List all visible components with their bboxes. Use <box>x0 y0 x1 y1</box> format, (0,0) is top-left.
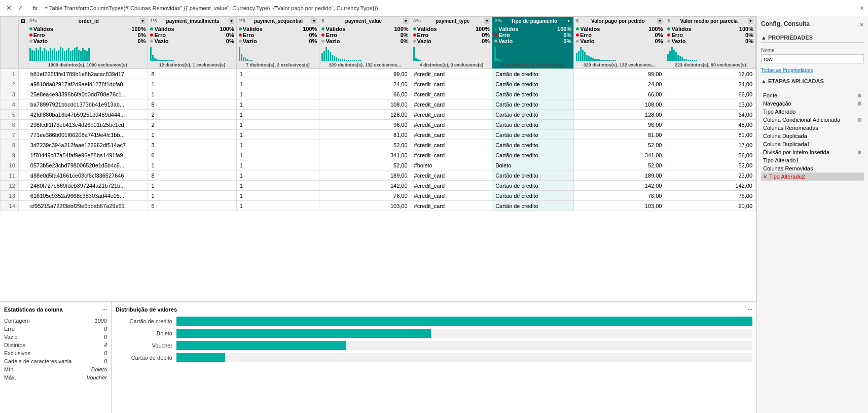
row-number: 2 <box>1 79 19 89</box>
col-filter-button[interactable]: ▾ <box>403 18 409 24</box>
table-row[interactable]: 6298fcdf1f73eb413e4d26d01b25bc1cd2196,00… <box>1 120 756 130</box>
cell-payment_value: 142,00 <box>319 181 411 191</box>
cell-valor-medio-por-parcela: 56,00 <box>665 150 756 160</box>
cell-order_id: 1f78449c87a54faf9e96e88ba1491fa9 <box>27 150 148 160</box>
table-container[interactable]: ⊞ Aᴮc order_id ▾ Válidos 100% Erro 0% Va… <box>0 16 756 301</box>
formula-input[interactable] <box>45 5 856 11</box>
col-filter-button[interactable]: ▾ <box>229 18 234 24</box>
col-header-valor-pago-por-pedido[interactable]: $ Valor pago por pedido ▾ Válidos 100% E… <box>574 17 665 69</box>
sidebar-close-button[interactable]: ✕ <box>859 22 864 28</box>
cell-tipo-de-pagamento: Cartão de credito <box>492 79 574 89</box>
table-row[interactable]: 11d88e0d5fa41661ce03cf6cf33652764681189,… <box>1 170 756 181</box>
step-gear-icon[interactable]: ⚙ <box>857 150 862 155</box>
step-item-divisão-por-inteiro-inserida[interactable]: Divisão por Inteiro Inserida ⚙ <box>761 148 864 156</box>
col-filter-button[interactable]: ▾ <box>140 18 146 24</box>
stat-label: Cadeia de caracteres vazia <box>4 358 71 364</box>
step-gear-icon[interactable]: ⚙ <box>857 101 862 107</box>
table-row[interactable]: 7771ee386b001f06208a7419e4fc1bb...1181,0… <box>1 130 756 140</box>
table-row[interactable]: 2a9810da82917af2d9aefd1278f1dcfa01124,00… <box>1 79 756 89</box>
col-filter-button[interactable]: ▾ <box>748 18 753 24</box>
col-stats: Válidos 100% Erro 0% Vazio 0% <box>239 26 317 44</box>
step-item-tipo-alterado1[interactable]: Tipo Alterado1 <box>761 156 864 164</box>
table-row[interactable]: 542fdf880ba16b47b59251dd489d444...21128,… <box>1 110 756 120</box>
step-item-coluna-condicional-adicionada[interactable]: Coluna Condicional Adicionada ⚙ <box>761 116 864 124</box>
table-row[interactable]: 83d7239c394a212faae122962df514ac73152,00… <box>1 140 756 150</box>
content-area: ⊞ Aᴮc order_id ▾ Válidos 100% Erro 0% Va… <box>0 16 756 413</box>
stat-value: 0 <box>104 350 107 356</box>
step-item-colunas-removidas[interactable]: Colunas Removidas <box>761 164 864 173</box>
table-row[interactable]: 122480f727e869fdeb397244a21b721b...11142… <box>1 181 756 191</box>
dist-bar-container <box>176 341 752 350</box>
cell-valor-medio-por-parcela: 13,00 <box>665 99 756 110</box>
table-row[interactable]: 91f78449c87a54faf9e96e88ba1491fa961341,0… <box>1 150 756 160</box>
col-mini-chart <box>494 46 571 61</box>
cell-valor-pago-por-pedido: 99,00 <box>574 69 665 79</box>
cell-valor-medio-por-parcela: 142,00 <box>665 181 756 191</box>
cell-payment_sequential: 1 <box>236 140 319 150</box>
cell-payment_installments: 1 <box>148 79 236 89</box>
step-item-fonte[interactable]: Fonte ⚙ <box>761 91 864 99</box>
cell-payment_value: 76,00 <box>319 191 411 201</box>
step-item-coluna-duplicada[interactable]: Coluna Duplicada <box>761 132 864 140</box>
stats-more-button[interactable]: ··· <box>102 306 107 313</box>
col-header-payment_type[interactable]: Aᴮc payment_type ▾ Válidos 100% Erro 0% … <box>411 17 492 69</box>
cell-payment_sequential: 1 <box>236 191 319 201</box>
table-row[interactable]: 4ba78997921bbcdc1373bb41e913ab...81108,0… <box>1 99 756 110</box>
cell-payment_value: 128,00 <box>319 110 411 120</box>
table-row[interactable]: 1b81ef226f3fe1789b1e8b2acac839d178199,00… <box>1 69 756 79</box>
table-row[interactable]: 325e8ea4e93396b6fa0d3dd708e76c1...1166,0… <box>1 89 756 99</box>
cell-payment_sequential: 1 <box>236 120 319 130</box>
col-filter-button[interactable]: ▾ <box>484 18 490 24</box>
step-item-tipo-alterado2[interactable]: ✕ Tipo Alterado2 <box>761 173 864 181</box>
properties-section-title: ▲ PROPRIEDADES <box>761 35 864 43</box>
name-input[interactable] <box>761 54 864 63</box>
cell-order_id: 0573b5e23cbd798006520e1d5b4c6... <box>27 160 148 170</box>
table-row[interactable]: 14cf95215a722f3ebf29e6bbab87a29e6151103,… <box>1 201 756 211</box>
col-header-valor-medio-por-parcela[interactable]: $ Valor medio por parcela ▾ Válidos 100%… <box>665 17 756 69</box>
row-number: 14 <box>1 201 19 211</box>
col-filter-button[interactable]: ▾ <box>311 18 317 24</box>
all-props-link[interactable]: Todas as Propriedades <box>761 67 864 73</box>
row-number: 10 <box>1 160 19 170</box>
table-row[interactable]: 13616105c9352a9668c38303ad44e05...1176,0… <box>1 191 756 201</box>
col-header-order_id[interactable]: Aᴮc order_id ▾ Válidos 100% Erro 0% Vazi… <box>27 17 148 69</box>
col-filter-button[interactable]: ▾ <box>657 18 663 24</box>
row-icon-cell <box>18 160 27 170</box>
col-filter-button[interactable]: ▾ <box>566 18 571 24</box>
col-distinct: 12 distintos(s), 1 exclusivos(s) <box>150 62 234 67</box>
cell-tipo-de-pagamento: Cartão de credito <box>492 181 574 191</box>
confirm-icon[interactable]: ✓ <box>16 3 25 13</box>
stat-row: Distintos 4 <box>4 341 107 349</box>
cell-tipo-de-pagamento: Cartão de credito <box>492 120 574 130</box>
step-item-navegação[interactable]: Navegação ⚙ <box>761 99 864 108</box>
cell-order_id: d88e0d5fa41661ce03cf6cf336527646 <box>27 170 148 181</box>
cell-tipo-de-pagamento: Cartão de credito <box>492 89 574 99</box>
col-distinct: 329 distintos(s), 132 exclusivos... <box>576 62 663 67</box>
col-header-payment_value[interactable]: $ payment_value ▾ Válidos 100% Erro 0% V… <box>319 17 411 69</box>
cancel-icon[interactable]: ✕ <box>4 3 14 13</box>
stat-value: 0 <box>104 334 107 340</box>
sidebar-title: Config. Consulta <box>761 20 810 27</box>
cell-payment_type: #credit_card <box>411 191 492 201</box>
step-item-tipo-alterado[interactable]: Tipo Alterado <box>761 108 864 116</box>
distribution-more-button[interactable]: ··· <box>748 306 752 313</box>
col-mini-chart <box>239 46 317 61</box>
table-row[interactable]: 100573b5e23cbd798006520e1d5b4c6...1152,0… <box>1 160 756 170</box>
collapse-icon[interactable]: ∧ <box>860 5 864 11</box>
cell-valor-medio-por-parcela: 76,00 <box>665 191 756 201</box>
cell-payment_installments: 8 <box>148 69 236 79</box>
step-gear-icon[interactable]: ⚙ <box>857 117 862 123</box>
col-header-payment_installments[interactable]: 1²3 payment_installments ▾ Válidos 100% … <box>148 17 236 69</box>
col-header-tipo-de-pagamento[interactable]: Aᴮc Tipo de pagamento ▾ Válidos 100% Err… <box>492 17 574 69</box>
step-item-coluna-duplicada1[interactable]: Coluna Duplicada1 <box>761 140 864 148</box>
col-mini-chart <box>576 46 663 61</box>
step-gear-icon[interactable]: ⚙ <box>857 93 862 98</box>
stat-label: Mín. <box>4 366 15 372</box>
cell-payment_installments: 1 <box>148 160 236 170</box>
col-stats: Válidos 100% Erro 0% Vazio 0% <box>576 26 663 44</box>
dist-bar <box>176 329 431 338</box>
col-header-payment_sequential[interactable]: 1²3 payment_sequential ▾ Válidos 100% Er… <box>236 17 319 69</box>
col-type-icon: 1²3 <box>150 18 157 23</box>
cell-tipo-de-pagamento: Cartão de credito <box>492 110 574 120</box>
step-item-colunas-renomeadas[interactable]: Colunas Renomeadas <box>761 124 864 132</box>
